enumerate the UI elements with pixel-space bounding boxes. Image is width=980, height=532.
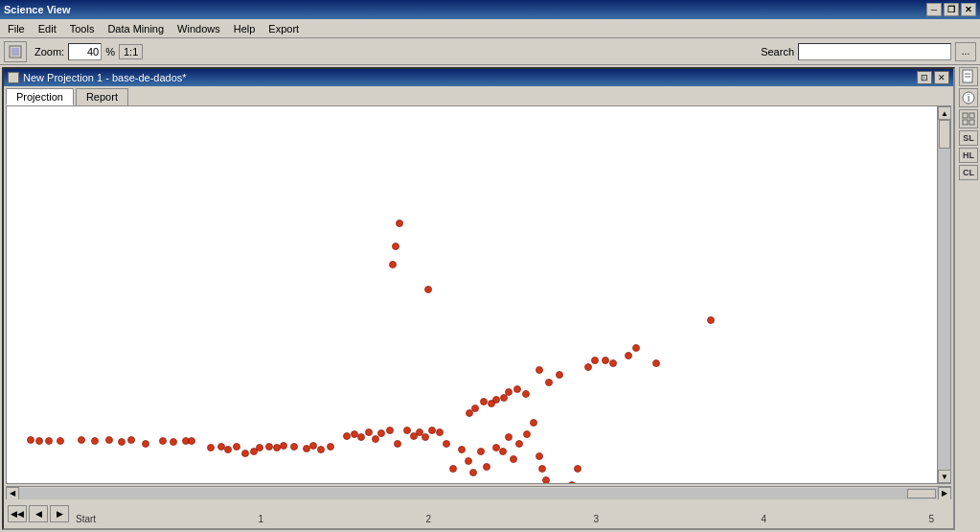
svg-point-68 [506,389,513,396]
vertical-scrollbar[interactable]: ▲ ▼ [937,106,950,483]
svg-rect-104 [963,113,968,118]
svg-point-69 [514,386,521,393]
side-btn-hl[interactable]: HL [959,148,978,163]
svg-point-85 [610,360,617,367]
window-close-btn[interactable]: ✕ [934,71,949,84]
toolbar-icon-btn[interactable] [4,41,27,62]
svg-point-55 [511,456,517,463]
menu-file[interactable]: File [2,21,31,36]
svg-point-72 [501,395,508,402]
app-title: Science View [4,4,71,15]
title-bar: Science View ─ ❐ ✕ [0,0,980,19]
scroll-thumb-h[interactable] [907,489,936,498]
svg-point-67 [575,466,581,473]
nav-prev-btn[interactable]: ◀ [29,505,48,522]
scroll-up-btn[interactable]: ▲ [938,106,951,120]
zoom-ratio-btn[interactable]: 1:1 [119,44,143,59]
x-label-1: 1 [259,514,264,524]
side-btn-sl[interactable]: SL [959,130,978,146]
x-label-2: 2 [426,514,432,524]
x-label-4: 4 [761,514,766,524]
window-title-bar: New Projection 1 - base-de-dados* ⊡ ✕ [4,69,953,86]
window-title-text: New Projection 1 - base-de-dados* [23,72,187,83]
window-maximize-btn[interactable]: ⊡ [917,71,932,84]
restore-button[interactable]: ❐ [944,3,959,16]
svg-point-29 [318,447,325,453]
side-btn-info[interactable]: i [959,88,978,107]
svg-point-61 [543,477,550,484]
svg-point-10 [128,437,135,444]
scroll-left-btn[interactable]: ◀ [6,487,19,500]
menu-bar: File Edit Tools Data Mining Windows Help… [0,19,980,38]
svg-point-33 [358,434,365,441]
svg-point-37 [387,428,394,434]
x-label-start: Start [76,514,96,524]
scroll-track-h [19,488,938,499]
menu-windows[interactable]: Windows [171,21,226,36]
side-icon-grid [961,111,976,127]
nav-next-btn[interactable]: ▶ [50,505,69,522]
search-label: Search [761,46,794,58]
svg-point-20 [242,451,249,457]
svg-point-18 [225,447,232,453]
svg-point-58 [531,420,537,427]
toolbar: Zoom: % 1:1 Search ... [0,38,980,65]
svg-point-46 [450,466,457,473]
nav-prev-prev-btn[interactable]: ◀◀ [8,505,27,522]
side-btn-cl[interactable]: CL [959,165,978,180]
svg-point-43 [429,428,436,434]
scroll-thumb-v[interactable] [939,120,950,149]
bottom-nav: ◀◀ ◀ ▶ Start 1 2 3 4 5 [4,499,953,528]
side-icon-info: i [961,90,976,105]
svg-point-17 [218,444,225,451]
toolbar-icon [8,44,23,59]
svg-point-76 [467,410,473,417]
scroll-track-v [938,120,950,470]
svg-point-22 [257,445,263,451]
svg-point-49 [470,470,477,476]
search-input[interactable] [798,43,951,60]
tab-report[interactable]: Report [76,88,128,105]
minimize-button[interactable]: ─ [926,3,942,16]
more-button[interactable]: ... [955,42,976,61]
svg-point-48 [466,458,472,465]
svg-point-45 [444,441,450,448]
svg-point-81 [536,367,543,374]
menu-edit[interactable]: Edit [33,21,62,36]
x-label-3: 3 [593,514,599,524]
svg-point-30 [328,444,334,451]
horizontal-scrollbar[interactable]: ◀ ▶ [6,486,951,499]
svg-point-52 [493,445,500,451]
svg-point-56 [516,441,523,448]
menu-export[interactable]: Export [262,21,305,36]
chart-inner: ▲ ▼ [7,106,950,483]
svg-rect-1 [11,48,19,56]
svg-point-79 [557,372,563,379]
side-btn-icon1[interactable] [959,67,978,86]
menu-datamining[interactable]: Data Mining [102,21,170,36]
window-controls: ─ ❐ ✕ [926,3,976,16]
zoom-input[interactable] [68,43,102,60]
svg-point-6 [79,437,85,444]
close-button[interactable]: ✕ [961,3,976,16]
svg-point-83 [633,345,640,352]
svg-point-19 [234,444,240,451]
side-icon-doc [961,69,976,84]
svg-rect-107 [969,120,974,125]
svg-point-24 [274,445,281,451]
svg-point-4 [46,438,53,445]
side-btn-grid[interactable] [959,109,978,128]
svg-point-27 [304,446,310,452]
svg-point-90 [425,287,432,293]
menu-help[interactable]: Help [228,21,262,36]
svg-point-31 [344,433,351,440]
tab-projection[interactable]: Projection [6,88,74,105]
scroll-down-btn[interactable]: ▼ [938,470,951,483]
svg-point-54 [506,434,513,441]
menu-tools[interactable]: Tools [64,21,101,36]
svg-point-78 [592,358,599,364]
main-area: New Projection 1 - base-de-dados* ⊡ ✕ Pr… [0,65,980,532]
scroll-right-btn[interactable]: ▶ [938,487,951,500]
svg-point-25 [281,443,287,450]
svg-point-13 [171,439,177,446]
